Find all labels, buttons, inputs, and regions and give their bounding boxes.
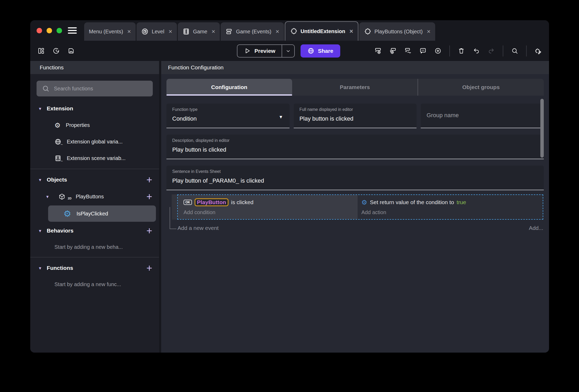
puzzle-icon <box>290 28 297 35</box>
globe-variable-icon: ~ <box>54 138 62 145</box>
selected-object-parameter[interactable]: PlayButton <box>195 198 228 206</box>
tab-playbuttons-object[interactable]: PlayButtons (Object) × <box>359 22 435 41</box>
search-icon <box>42 85 50 92</box>
tab-level[interactable]: Level × <box>136 22 177 41</box>
configuration-tabs: Configuration Parameters Object groups <box>166 79 544 96</box>
share-button[interactable]: Share <box>301 44 340 58</box>
tab-untitled-extension[interactable]: UntitledExtension × <box>285 21 358 41</box>
close-icon[interactable]: × <box>276 28 279 35</box>
sidebar-item-isplayclicked[interactable]: ⚙? IsPlayClicked <box>48 205 156 222</box>
minimize-window-button[interactable] <box>47 28 52 33</box>
trash-icon[interactable] <box>458 47 465 54</box>
search-functions-input[interactable] <box>37 81 153 96</box>
main-menu-icon[interactable] <box>68 27 77 34</box>
screen: Menu (Events) × Level × Game × Game (Eve… <box>0 0 579 392</box>
function-type-select[interactable]: Function type Condition ▼ <box>166 104 290 128</box>
section-label: Objects <box>47 177 67 183</box>
gdevelop-gear-icon: ⚙ <box>361 199 367 206</box>
description-field[interactable]: Description, displayed in editor Play bu… <box>166 135 544 159</box>
add-event-icon[interactable] <box>374 47 382 54</box>
sidebar-item-playbuttons[interactable]: ▼ 2D PlayButtons + <box>30 188 159 205</box>
close-icon[interactable]: × <box>211 28 215 35</box>
conditions-column: OK PlayButton is clicked Add condition <box>178 195 358 219</box>
close-icon[interactable]: × <box>127 28 131 35</box>
main-panel-title-label: Function Configuration <box>168 64 224 71</box>
add-inline-event-icon[interactable] <box>404 47 412 54</box>
redo-icon[interactable] <box>488 47 495 54</box>
sidebar-item-scene-variables[interactable]: ~ Extension scene variab... <box>30 150 159 167</box>
selected-event: OK PlayButton is clicked Add condition <box>177 194 543 220</box>
tab-label: Level <box>152 29 164 35</box>
condition-item[interactable]: OK PlayButton is clicked <box>184 197 358 208</box>
layout-panels-icon[interactable] <box>38 47 45 54</box>
functions-sidebar: Functions ▼ Extension ⚙ Properties <box>30 61 159 353</box>
chevron-down-icon[interactable]: ▼ <box>38 266 42 270</box>
section-behaviors[interactable]: ▼ Behaviors + <box>30 222 159 239</box>
add-behavior-button[interactable]: + <box>146 226 152 236</box>
item-label: Properties <box>66 122 90 128</box>
tab-configuration[interactable]: Configuration <box>166 79 292 96</box>
chevron-down-icon[interactable]: ▼ <box>45 194 49 199</box>
sidebar-item-properties[interactable]: ⚙ Properties <box>30 117 159 133</box>
sentence-field[interactable]: Sentence in Events Sheet Play button of … <box>166 166 544 190</box>
event-row[interactable]: OK PlayButton is clicked Add condition <box>172 194 543 220</box>
film-icon <box>182 28 190 35</box>
sidebar-item-global-variables[interactable]: ~ Extension global varia... <box>30 133 159 150</box>
tab-game-events[interactable]: Game (Events) × <box>221 22 284 41</box>
add-condition-button[interactable]: Add condition <box>184 208 358 217</box>
globe-icon <box>307 47 314 54</box>
tab-menu-events[interactable]: Menu (Events) × <box>84 22 136 41</box>
edit-extension-icon[interactable] <box>535 47 542 54</box>
close-icon[interactable]: × <box>169 28 172 35</box>
section-functions[interactable]: ▼ Functions + <box>30 260 159 276</box>
tab-object-groups[interactable]: Object groups <box>418 79 544 96</box>
full-name-field[interactable]: Full name displayed in editor Play butto… <box>294 104 417 128</box>
chevron-down-icon[interactable]: ▼ <box>38 178 42 182</box>
chevron-down-icon[interactable]: ▼ <box>38 229 42 233</box>
group-name-input[interactable] <box>426 112 538 119</box>
tab-label: PlayButtons (Object) <box>374 29 423 35</box>
close-icon[interactable]: × <box>427 28 430 35</box>
section-objects[interactable]: ▼ Objects + <box>30 171 159 188</box>
zoom-window-button[interactable] <box>57 28 62 33</box>
event-tree-connector <box>170 207 176 229</box>
puzzle-icon <box>364 28 371 35</box>
dropdown-arrow-icon: ▼ <box>279 115 283 120</box>
tab-parameters[interactable]: Parameters <box>292 79 418 96</box>
divider <box>503 45 503 56</box>
search-icon[interactable] <box>511 47 518 54</box>
add-more-button[interactable]: Add... <box>529 225 543 231</box>
actions-column: ⚙ Set return value of the condition to t… <box>358 195 543 219</box>
add-action-button[interactable]: Add action <box>361 208 543 217</box>
behaviors-empty-hint[interactable]: Start by adding a new beha... <box>30 239 159 255</box>
chevron-down-icon[interactable]: ▼ <box>38 106 42 111</box>
save-icon[interactable] <box>68 47 75 54</box>
section-label: Behaviors <box>47 228 74 234</box>
share-label: Share <box>318 48 333 54</box>
add-new-event-button[interactable]: Add a new event <box>177 225 219 231</box>
add-function-to-object-button[interactable]: + <box>146 192 152 202</box>
history-icon[interactable] <box>53 47 60 54</box>
close-window-button[interactable] <box>37 28 42 33</box>
2d-badge: 2D <box>68 197 72 200</box>
preview-button[interactable]: Preview <box>237 45 282 57</box>
preview-options-button[interactable] <box>282 45 294 57</box>
scrollbar-thumb[interactable] <box>540 99 544 158</box>
group-name-field[interactable] <box>421 104 544 128</box>
app-window: Menu (Events) × Level × Game × Game (Eve… <box>30 20 549 353</box>
sidebar-title: Functions <box>30 61 159 74</box>
section-extension[interactable]: ▼ Extension <box>30 100 159 117</box>
close-icon[interactable]: × <box>349 28 353 35</box>
section-label: Extension <box>47 105 73 112</box>
add-function-button[interactable]: + <box>146 263 152 273</box>
add-subevent-icon[interactable] <box>389 47 397 54</box>
tab-label: Game (Events) <box>236 29 271 35</box>
action-item[interactable]: ⚙ Set return value of the condition to t… <box>361 197 543 208</box>
tab-game[interactable]: Game × <box>178 22 220 41</box>
comment-icon[interactable] <box>419 47 426 54</box>
functions-empty-hint[interactable]: Start by adding a new func... <box>30 276 159 292</box>
circle-plus-icon[interactable] <box>434 47 441 54</box>
undo-icon[interactable] <box>473 47 480 54</box>
item-label: Extension global varia... <box>67 139 123 145</box>
add-object-button[interactable]: + <box>146 175 152 185</box>
